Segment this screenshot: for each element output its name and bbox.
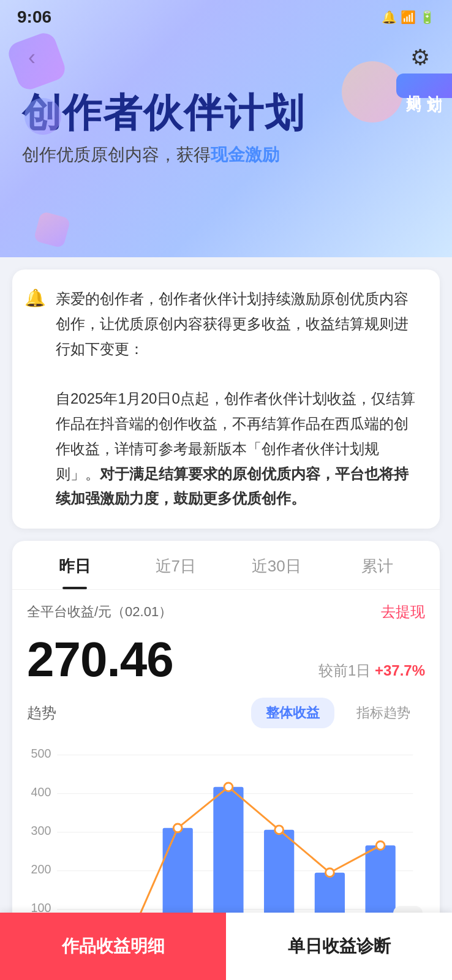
status-icons: 🔔 📶 🔋 xyxy=(382,10,435,24)
daily-diagnosis-button[interactable]: 单日收益诊断 xyxy=(226,913,452,980)
notice-card: 🔔 亲爱的创作者，创作者伙伴计划持续激励原创优质内容创作，让优质原创内容获得更多… xyxy=(12,270,440,529)
toggle-indicators[interactable]: 指标趋势 xyxy=(342,698,425,728)
toggle-overall[interactable]: 整体收益 xyxy=(251,698,334,728)
svg-text:200: 200 xyxy=(31,862,51,876)
svg-point-25 xyxy=(376,842,385,850)
tab-total[interactable]: 累计 xyxy=(327,541,428,589)
stats-label: 全平台收益/元（02.01） xyxy=(27,603,172,621)
tab-yesterday[interactable]: 昨日 xyxy=(24,541,126,589)
battery-icon: 🔋 xyxy=(420,10,435,24)
svg-text:400: 400 xyxy=(31,785,51,799)
signal-icon: 📶 xyxy=(401,10,416,24)
stats-change: 较前1日 +37.7% xyxy=(318,661,425,688)
works-revenue-button[interactable]: 作品收益明细 xyxy=(0,913,226,980)
tab-7days[interactable]: 近7日 xyxy=(126,541,227,589)
hero-title: 创作者伙伴计划 xyxy=(22,91,430,136)
settings-button[interactable]: ⚙ xyxy=(405,43,435,72)
tab-30days[interactable]: 近30日 xyxy=(226,541,327,589)
hero-content: 创作者伙伴计划 创作优质原创内容，获得现金激励 xyxy=(0,72,452,167)
notice-text: 亲爱的创作者，创作者伙伴计划持续激励原创优质内容创作，让优质原创内容获得更多收益… xyxy=(56,287,423,511)
change-label: 较前1日 xyxy=(318,662,371,679)
svg-text:300: 300 xyxy=(31,824,51,837)
main-number: 270.46 xyxy=(27,631,173,688)
hero-badge[interactable]: 计划规则 xyxy=(396,74,452,98)
notification-icon: 🔔 xyxy=(382,10,397,24)
svg-point-21 xyxy=(173,824,182,832)
withdraw-button[interactable]: 去提现 xyxy=(381,602,425,622)
bottom-bar: 作品收益明细 单日收益诊断 xyxy=(0,913,452,980)
stats-header: 全平台收益/元（02.01） 去提现 xyxy=(12,590,440,627)
hero-subtitle: 创作优质原创内容，获得现金激励 xyxy=(22,143,430,167)
svg-point-24 xyxy=(325,869,334,877)
hero-subtitle-text: 创作优质原创内容，获得 xyxy=(22,145,211,164)
status-time: 9:06 xyxy=(17,7,51,27)
status-bar: 9:06 🔔 📶 🔋 xyxy=(0,0,452,32)
stats-main: 270.46 较前1日 +37.7% xyxy=(12,627,440,698)
svg-text:500: 500 xyxy=(31,747,51,760)
svg-point-23 xyxy=(275,826,284,834)
hero-deco-4 xyxy=(33,211,70,248)
change-value: +37.7% xyxy=(375,662,425,679)
main-content: 🔔 亲爱的创作者，创作者伙伴计划持续激励原创优质内容创作，让优质原创内容获得更多… xyxy=(0,257,452,980)
svg-point-22 xyxy=(224,783,233,791)
chart-title: 趋势 xyxy=(27,703,56,723)
hero-section: ‹ ⚙ 创作者伙伴计划 创作优质原创内容，获得现金激励 计划规则 xyxy=(0,0,452,257)
chart-toggle: 整体收益 指标趋势 xyxy=(251,698,425,728)
back-button[interactable]: ‹ xyxy=(17,43,47,72)
notice-icon: 🔔 xyxy=(24,288,46,511)
tabs-container: 昨日 近7日 近30日 累计 xyxy=(12,541,440,590)
hero-subtitle-highlight: 现金激励 xyxy=(211,145,279,164)
chart-header: 趋势 整体收益 指标趋势 xyxy=(27,698,425,728)
